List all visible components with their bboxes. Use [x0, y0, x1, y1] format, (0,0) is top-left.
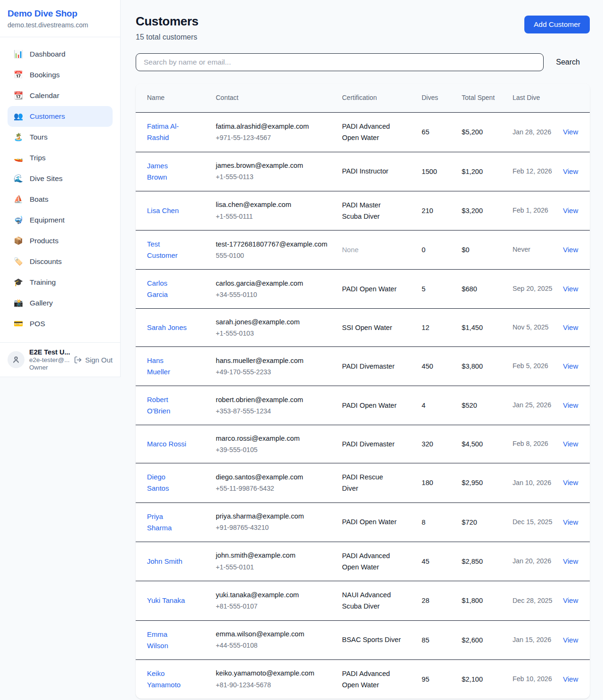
customer-phone: +91-98765-43210 — [216, 523, 334, 533]
customer-phone: +81-555-0107 — [216, 601, 334, 611]
brand-title: Demo Dive Shop — [8, 8, 113, 19]
sidebar-item-bookings[interactable]: 📅Bookings — [8, 65, 113, 85]
customer-phone: +44-555-0108 — [216, 641, 334, 651]
customer-total-spent: $3,200 — [462, 207, 483, 214]
dives-cell: 180 — [422, 478, 462, 487]
view-link[interactable]: View — [563, 323, 578, 331]
sidebar-item-training[interactable]: 🎓Training — [8, 272, 113, 293]
sidebar-item-tours[interactable]: 🏝️Tours — [8, 127, 113, 148]
customer-name-link[interactable]: Fatima Al-Rashid — [147, 121, 188, 143]
view-link[interactable]: View — [563, 401, 578, 409]
name-cell: Priya Sharma — [136, 511, 216, 534]
customer-dives: 210 — [422, 207, 433, 214]
last-dive-cell: Jan 15, 2026 — [513, 635, 563, 645]
sidebar-item-label: Dive Sites — [30, 174, 63, 183]
customer-name-link[interactable]: Keiko Yamamoto — [147, 668, 188, 691]
contact-cell: test-1772681807767@example.com555-0100 — [216, 239, 342, 261]
customer-name-link[interactable]: Diego Santos — [147, 471, 188, 494]
camera-icon: 📸 — [13, 299, 24, 307]
customer-count: 15 total customers — [136, 33, 198, 41]
customer-email: carlos.garcia@example.com — [216, 279, 334, 288]
add-customer-button[interactable]: Add Customer — [524, 16, 590, 33]
total-spent-cell: $3,800 — [462, 362, 513, 371]
customer-phone: +353-87-555-1234 — [216, 406, 334, 416]
total-spent-cell: $1,200 — [462, 167, 513, 176]
view-link[interactable]: View — [563, 246, 578, 254]
search-input[interactable] — [136, 53, 544, 71]
view-link[interactable]: View — [563, 128, 578, 136]
customer-last-dive: Dec 15, 2025 — [513, 518, 552, 526]
view-link[interactable]: View — [563, 557, 578, 565]
customer-name-link[interactable]: Yuki Tanaka — [147, 595, 185, 606]
contact-cell: keiko.yamamoto@example.com+81-90-1234-56… — [216, 668, 342, 690]
sidebar-item-products[interactable]: 📦Products — [8, 231, 113, 251]
view-link[interactable]: View — [563, 478, 578, 486]
customer-name-link[interactable]: Sarah Jones — [147, 322, 187, 333]
customer-name-link[interactable]: Lisa Chen — [147, 205, 179, 216]
sidebar-item-customers[interactable]: 👥Customers — [8, 106, 113, 127]
contact-cell: diego.santos@example.com+55-11-99876-543… — [216, 472, 342, 494]
contact-cell: lisa.chen@example.com+1-555-0111 — [216, 200, 342, 221]
customer-name-link[interactable]: Marco Rossi — [147, 438, 186, 450]
view-cell: View — [563, 636, 590, 644]
table-body: Fatima Al-Rashidfatima.alrashid@example.… — [136, 113, 590, 699]
customer-dives: 28 — [422, 597, 429, 604]
dives-cell: 85 — [422, 636, 462, 644]
table-row: Diego Santosdiego.santos@example.com+55-… — [136, 463, 590, 503]
main-content: Customers 15 total customers Add Custome… — [121, 0, 603, 699]
customer-name-link[interactable]: Priya Sharma — [147, 511, 188, 534]
customer-name-link[interactable]: Carlos Garcia — [147, 278, 188, 300]
contact-cell: james.brown@example.com+1-555-0113 — [216, 161, 342, 182]
sidebar-item-calendar[interactable]: 📆Calendar — [8, 85, 113, 106]
view-link[interactable]: View — [563, 675, 578, 683]
customer-name-link[interactable]: Hans Mueller — [147, 355, 188, 378]
total-spent-cell: $1,800 — [462, 596, 513, 605]
customer-name-link[interactable]: Robert O'Brien — [147, 394, 188, 417]
sidebar-item-dive-sites[interactable]: 🌊Dive Sites — [8, 168, 113, 189]
customer-email: john.smith@example.com — [216, 551, 334, 560]
customer-phone: +1-555-0101 — [216, 562, 334, 572]
view-link[interactable]: View — [563, 440, 578, 448]
user-email: e2e-tester@... — [29, 356, 69, 363]
view-link[interactable]: View — [563, 518, 578, 526]
customer-last-dive: Jan 10, 2026 — [513, 479, 551, 486]
sidebar-item-boats[interactable]: ⛵Boats — [8, 189, 113, 210]
column-header-dives: Dives — [422, 93, 462, 103]
sidebar-item-trips[interactable]: 🚤Trips — [8, 148, 113, 168]
customer-name-link[interactable]: Emma Wilson — [147, 629, 188, 651]
certification-cell: PADI Master Scuba Diver — [342, 199, 422, 222]
customer-dives: 95 — [422, 675, 429, 683]
sign-out-button[interactable]: Sign Out — [74, 356, 113, 364]
customer-name-link[interactable]: John Smith — [147, 556, 182, 567]
total-spent-cell: $0 — [462, 246, 513, 254]
customer-name-link[interactable]: James Brown — [147, 160, 188, 183]
sidebar-item-pos[interactable]: 💳POS — [8, 313, 113, 334]
view-link[interactable]: View — [563, 285, 578, 293]
sidebar-item-dashboard[interactable]: 📊Dashboard — [8, 44, 113, 65]
dives-cell: 95 — [422, 675, 462, 684]
customer-total-spent: $2,850 — [462, 558, 483, 565]
total-spent-cell: $4,500 — [462, 440, 513, 448]
sidebar-item-label: Dashboard — [30, 50, 65, 58]
contact-cell: marco.rossi@example.com+39-555-0105 — [216, 434, 342, 455]
view-link[interactable]: View — [563, 167, 578, 175]
name-cell: Fatima Al-Rashid — [136, 121, 216, 143]
sign-out-icon — [74, 356, 82, 364]
view-link[interactable]: View — [563, 636, 578, 644]
certification-cell: PADI Advanced Open Water — [342, 668, 422, 691]
name-cell: Diego Santos — [136, 471, 216, 494]
customer-phone: +1-555-0113 — [216, 172, 334, 182]
view-link[interactable]: View — [563, 206, 578, 214]
credit-card-icon: 💳 — [13, 320, 24, 328]
sidebar-item-discounts[interactable]: 🏷️Discounts — [8, 251, 113, 272]
view-link[interactable]: View — [563, 362, 578, 370]
column-header-total-spent: Total Spent — [462, 93, 513, 103]
view-cell: View — [563, 518, 590, 527]
view-link[interactable]: View — [563, 596, 578, 604]
customer-name-link[interactable]: Test Customer — [147, 239, 188, 261]
search-button[interactable]: Search — [544, 58, 590, 66]
name-cell: Marco Rossi — [136, 438, 216, 450]
sidebar-item-gallery[interactable]: 📸Gallery — [8, 293, 113, 313]
sidebar-item-equipment[interactable]: 🤿Equipment — [8, 210, 113, 231]
table-row: Keiko Yamamotokeiko.yamamoto@example.com… — [136, 660, 590, 699]
